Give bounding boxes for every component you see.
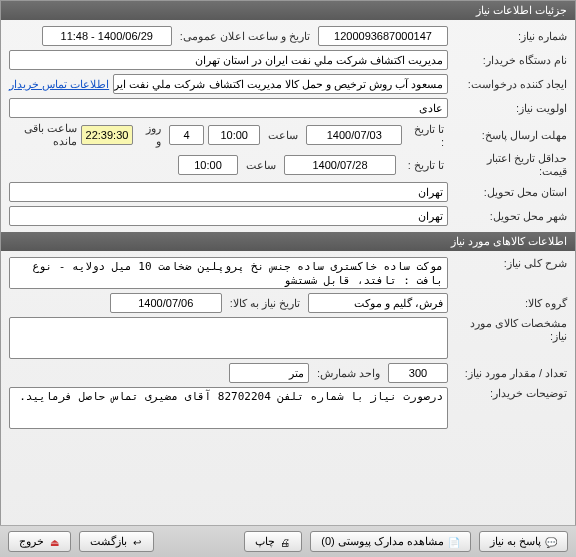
window-title: جزئیات اطلاعات نیاز <box>476 4 567 17</box>
unit-field: متر <box>229 363 309 383</box>
desc-field <box>9 257 448 289</box>
valid-time-field: 10:00 <box>178 155 238 175</box>
qty-label: تعداد / مقدار مورد نیاز: <box>452 367 567 380</box>
creator-label: ایجاد کننده درخواست: <box>452 78 567 91</box>
window: جزئیات اطلاعات نیاز شماره نیاز: 12000936… <box>0 0 576 557</box>
back-icon <box>131 536 143 548</box>
exit-button-label: خروج <box>19 535 44 548</box>
unit-label: واحد شمارش: <box>313 367 384 380</box>
city-field: تهران <box>9 206 448 226</box>
spec-label: مشخصات کالای مورد نیاز: <box>452 317 567 343</box>
valid-date-field: 1400/07/28 <box>284 155 396 175</box>
goods-section-header: اطلاعات کالاهای مورد نیاز <box>1 232 575 251</box>
notes-label: توضیحات خریدار: <box>452 387 567 400</box>
print-button[interactable]: چاپ <box>244 531 302 552</box>
reply-button[interactable]: پاسخ به نیاز <box>479 531 568 552</box>
countdown-field: 22:39:30 <box>81 125 134 145</box>
reply-button-label: پاسخ به نیاز <box>490 535 541 548</box>
deadline-to-label: تا تاریخ : <box>406 123 448 148</box>
announce-field: 1400/06/29 - 11:48 <box>42 26 172 46</box>
bottom-toolbar: پاسخ به نیاز مشاهده مدارک پیوستی (0) چاپ… <box>0 525 576 557</box>
buyer-label: نام دستگاه خریدار: <box>452 54 567 67</box>
printer-icon <box>279 536 291 548</box>
date-need-field: 1400/07/06 <box>110 293 222 313</box>
date-need-label: تاریخ نیاز به کالا: <box>226 297 304 310</box>
province-label: استان محل تحویل: <box>452 186 567 199</box>
province-field: تهران <box>9 182 448 202</box>
creator-field: مسعود آب روش ترخیص و حمل کالا مدیریت اکت… <box>113 74 448 94</box>
group-field: فرش، گلیم و موکت <box>308 293 448 313</box>
city-label: شهر محل تحویل: <box>452 210 567 223</box>
qty-field: 300 <box>388 363 448 383</box>
buyer-field: مدیریت اکتشاف شرکت ملي نفت ايران در استا… <box>9 50 448 70</box>
chat-icon <box>545 536 557 548</box>
remaining-label: ساعت باقی مانده <box>9 122 77 148</box>
back-button[interactable]: بازگشت <box>79 531 154 552</box>
priority-field: عادی <box>9 98 448 118</box>
deadline-time-field: 10:00 <box>208 125 260 145</box>
content-area: شماره نیاز: 1200093687000147 تاریخ و ساع… <box>1 20 575 437</box>
desc-label: شرح کلی نیاز: <box>452 257 567 270</box>
days-label: روز و <box>137 122 164 148</box>
min-valid-label: حداقل تاریخ اعتبار قیمت: <box>452 152 567 178</box>
spec-field <box>9 317 448 359</box>
contact-link[interactable]: اطلاعات تماس خریدار <box>9 78 109 91</box>
deadline-reply-label: مهلت ارسال پاسخ: <box>452 129 567 142</box>
document-icon <box>448 536 460 548</box>
back-button-label: بازگشت <box>90 535 127 548</box>
notes-field <box>9 387 448 429</box>
days-remaining-field: 4 <box>169 125 204 145</box>
deadline-time-label: ساعت <box>264 129 302 142</box>
valid-to-label: تا تاریخ : <box>400 159 448 172</box>
exit-button[interactable]: خروج <box>8 531 71 552</box>
exit-icon <box>48 536 60 548</box>
attachments-button[interactable]: مشاهده مدارک پیوستی (0) <box>310 531 471 552</box>
priority-label: اولویت نیاز: <box>452 102 567 115</box>
print-button-label: چاپ <box>255 535 275 548</box>
titlebar: جزئیات اطلاعات نیاز <box>1 1 575 20</box>
valid-time-label: ساعت <box>242 159 280 172</box>
need-number-field: 1200093687000147 <box>318 26 448 46</box>
group-label: گروه کالا: <box>452 297 567 310</box>
need-number-label: شماره نیاز: <box>452 30 567 43</box>
announce-label: تاریخ و ساعت اعلان عمومی: <box>176 30 314 43</box>
deadline-date-field: 1400/07/03 <box>306 125 402 145</box>
attachments-button-label: مشاهده مدارک پیوستی (0) <box>321 535 444 548</box>
